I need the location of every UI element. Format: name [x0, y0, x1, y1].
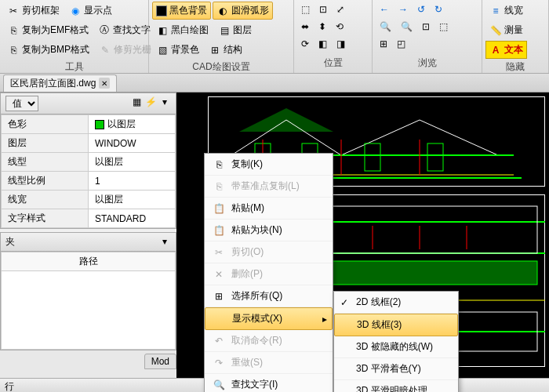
menu-copy[interactable]: ⎘复制(K): [205, 154, 333, 176]
properties-table: 色彩以图层 图层WINDOW 线型以图层 线型比例1 线宽以图层 文字样式STA…: [1, 114, 176, 228]
menu-select-all[interactable]: ⊞选择所有(Q): [205, 285, 333, 307]
folder-panel-header: 夹 ▾: [1, 233, 176, 252]
blank-icon: [212, 313, 227, 325]
fit-button[interactable]: ⊡: [418, 19, 434, 34]
check-icon: ✓: [340, 297, 348, 308]
trim-raster-button[interactable]: ✎修剪光栅: [95, 41, 155, 59]
black-bg-button[interactable]: 黑色背景: [152, 2, 211, 20]
ribbon-group-tools: ✂剪切框架 ◉显示点 ⎘复制为EMF格式 Ⓐ查找文字 ⎘复制为BMP格式 ✎修剪…: [0, 0, 149, 73]
scissors-icon: ✂: [211, 246, 227, 259]
bgcolor-icon: ▧: [156, 44, 169, 56]
chevron-right-icon: ▸: [322, 314, 327, 325]
nav-button[interactable]: ⊞: [376, 36, 391, 52]
menu-cut[interactable]: ✂剪切(O): [205, 241, 333, 263]
menu-cancel[interactable]: ↶取消命令(R): [205, 330, 333, 352]
undo-icon: ↶: [211, 335, 227, 347]
table-row[interactable]: 线型比例1: [2, 172, 176, 191]
cut-frame-button[interactable]: ✂剪切框架: [3, 2, 64, 20]
copy-icon: ⎘: [7, 44, 20, 56]
context-menu: ⎘复制(K) ⎘带基准点复制(L) 📋粘贴(M) 📋粘贴为块(N) ✂剪切(O)…: [204, 153, 333, 392]
copy-bmp-button[interactable]: ⎘复制为BMP格式: [3, 41, 93, 59]
svg-rect-5: [427, 143, 443, 171]
nav-rot-button[interactable]: ↺: [413, 2, 429, 17]
ribbon-group-cad: 黑色背景 ◐圆滑弧形 ◧黑白绘图 ▤图层 ▧背景色 ⊞结构 CAD绘图设置: [149, 0, 294, 73]
chevron-down-icon[interactable]: ▾: [158, 235, 171, 248]
tab-title: 区民居剖立面图.dwg: [10, 77, 96, 90]
table-row[interactable]: 文字样式STANDARD: [2, 209, 176, 228]
svg-rect-4: [365, 143, 380, 171]
ribbon-group-label: 隐藏: [485, 59, 545, 75]
structure-icon: ⊞: [209, 44, 221, 56]
smooth-arc-button[interactable]: ◐圆滑弧形: [213, 2, 273, 20]
bw-draw-button[interactable]: ◧黑白绘图: [152, 21, 213, 39]
menu-paste-block[interactable]: 📋粘贴为块(N): [205, 220, 333, 241]
close-icon[interactable]: ✕: [99, 78, 110, 89]
submenu-3d-smooth[interactable]: 3D 平滑明暗处理(Z): [334, 380, 458, 392]
menu-copy-base[interactable]: ⎘带基准点复制(L): [205, 176, 333, 198]
structure-button[interactable]: ⊞结构: [205, 41, 246, 59]
nav-rot-button[interactable]: ↻: [431, 2, 446, 17]
submenu-3d-wireframe[interactable]: 3D 线框(3): [334, 314, 458, 336]
menu-paste[interactable]: 📋粘贴(M): [205, 198, 333, 220]
ribbon-group-hide: ≡线宽 📏测量 A文本 隐藏: [482, 0, 549, 73]
find-text-button[interactable]: Ⓐ查找文字: [94, 21, 155, 39]
pos-icon-button[interactable]: ⬌: [297, 19, 313, 34]
ruler-icon: 📏: [489, 24, 502, 37]
show-points-button[interactable]: ◉显示点: [65, 2, 116, 20]
pos-icon-button[interactable]: ⤢: [333, 2, 348, 17]
text-button[interactable]: A文本: [485, 41, 527, 59]
zoom-in-button[interactable]: 🔍: [376, 19, 395, 34]
pos-icon-button[interactable]: ◨: [333, 36, 349, 52]
extent-button[interactable]: ⬚: [435, 19, 452, 34]
document-tab[interactable]: 区民居剖立面图.dwg ✕: [3, 74, 117, 92]
table-row[interactable]: 图层WINDOW: [2, 134, 176, 153]
search-icon: Ⓐ: [98, 24, 111, 37]
arc-icon: ◐: [216, 5, 229, 17]
menu-redo[interactable]: ↷重做(S): [205, 352, 333, 374]
menu-find-text[interactable]: 🔍查找文字(I): [205, 374, 333, 392]
paste-icon: 📋: [211, 202, 227, 215]
line-icon: ≡: [489, 5, 502, 17]
select-all-icon: ⊞: [211, 290, 227, 303]
submenu-3d-flat[interactable]: 3D 平滑着色(Y): [334, 358, 458, 380]
paste-icon: 📋: [211, 224, 227, 237]
panel-header: 值 ▦ ⚡ ▾: [1, 93, 176, 114]
panel-icon-button[interactable]: ▾: [158, 96, 171, 108]
linewidth-button[interactable]: ≡线宽: [485, 2, 527, 20]
ribbon-group-label: 工具: [3, 59, 145, 75]
pos-icon-button[interactable]: ⟳: [297, 36, 313, 52]
ribbon-group-label: CAD绘图设置: [152, 59, 290, 75]
nav-left-button[interactable]: ←: [376, 2, 393, 17]
trim-icon: ✎: [99, 44, 111, 56]
measure-button[interactable]: 📏测量: [485, 21, 527, 39]
pos-icon-button[interactable]: ◧: [314, 36, 331, 52]
submenu-3d-hidden[interactable]: 3D 被隐藏的线(W): [334, 336, 458, 358]
submenu-2d-wireframe[interactable]: ✓2D 线框(2): [334, 292, 458, 314]
model-tab[interactable]: Mod: [144, 354, 176, 369]
pos-icon-button[interactable]: ⟲: [332, 19, 347, 34]
panel-dropdown[interactable]: 值: [5, 96, 38, 111]
table-row[interactable]: 色彩以图层: [2, 115, 176, 134]
nav-right-button[interactable]: →: [394, 2, 412, 17]
bg-color-button[interactable]: ▧背景色: [152, 41, 203, 59]
redo-icon: ↷: [211, 357, 227, 369]
ribbon-toolbar: ✂剪切框架 ◉显示点 ⎘复制为EMF格式 Ⓐ查找文字 ⎘复制为BMP格式 ✎修剪…: [0, 0, 549, 74]
layers-button[interactable]: ▤图层: [214, 21, 256, 39]
ribbon-group-browse: ←→↺↻ 🔍🔍⊡⬚ ⊞◰ 浏览: [373, 0, 482, 73]
pos-icon-button[interactable]: ⬚: [297, 2, 314, 17]
copy-emf-button[interactable]: ⎘复制为EMF格式: [3, 21, 93, 39]
path-column-header: 路径: [2, 252, 176, 271]
table-row[interactable]: 线型以图层: [2, 153, 176, 172]
table-row[interactable]: 线宽以图层: [2, 191, 176, 209]
ribbon-group-label: 位置: [297, 55, 369, 71]
zoom-out-button[interactable]: 🔍: [397, 19, 416, 34]
panel-icon-button[interactable]: ▦: [130, 96, 143, 108]
square-icon: [156, 5, 167, 16]
pos-icon-button[interactable]: ⬍: [314, 19, 330, 34]
panel-icon-button[interactable]: ⚡: [144, 96, 157, 108]
pos-icon-button[interactable]: ⊡: [315, 2, 331, 17]
menu-delete[interactable]: ✕删除(P): [205, 263, 333, 285]
menu-display-mode[interactable]: 显示模式(X)▸: [205, 307, 333, 330]
nav-button[interactable]: ◰: [393, 36, 409, 52]
text-icon: A: [489, 44, 502, 56]
